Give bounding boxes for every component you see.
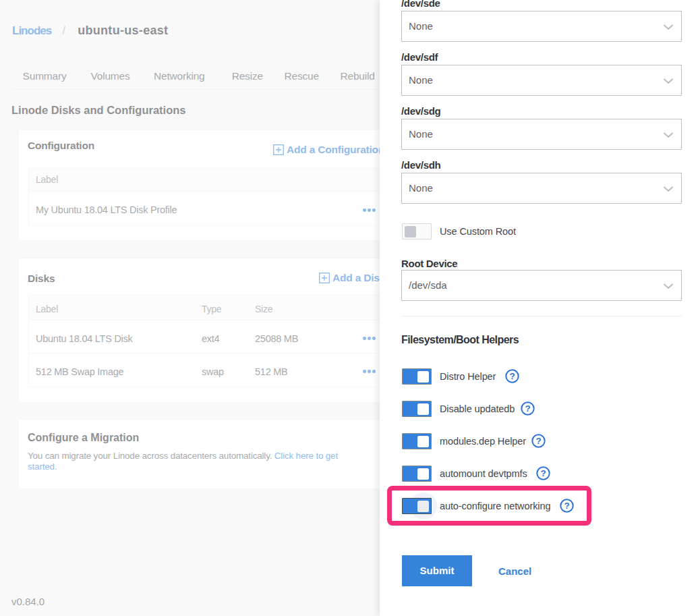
svg-text:?: ?: [535, 436, 541, 446]
svg-text:?: ?: [525, 403, 530, 414]
svg-text:?: ?: [509, 371, 515, 381]
svg-text:?: ?: [540, 468, 546, 478]
